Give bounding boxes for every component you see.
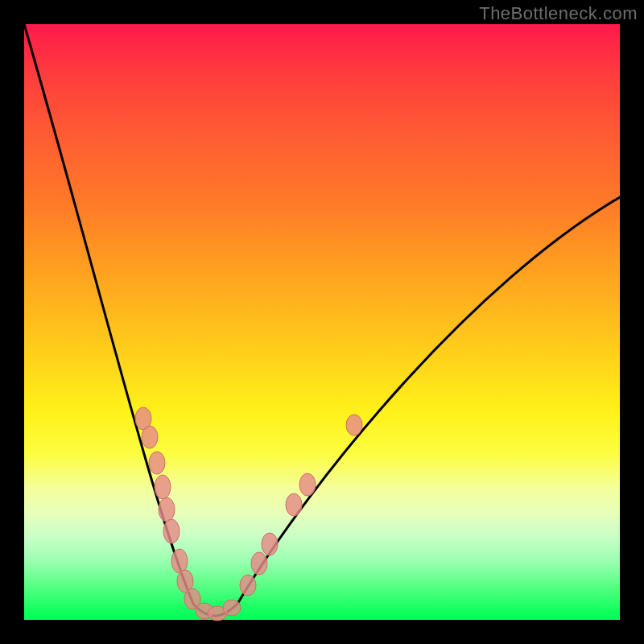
data-marker bbox=[163, 519, 180, 543]
bottleneck-curve bbox=[24, 24, 620, 616]
data-marker bbox=[149, 452, 165, 474]
data-marker bbox=[346, 415, 362, 436]
data-marker bbox=[286, 493, 302, 516]
data-marker bbox=[155, 475, 171, 499]
data-marker bbox=[299, 473, 316, 496]
data-marker bbox=[142, 426, 158, 448]
data-marker bbox=[223, 600, 241, 616]
marker-group bbox=[135, 407, 362, 621]
data-marker bbox=[262, 533, 278, 555]
data-marker bbox=[240, 575, 256, 596]
outer-frame: TheBottleneck.com bbox=[0, 0, 644, 644]
chart-svg bbox=[24, 24, 620, 620]
watermark-text: TheBottleneck.com bbox=[479, 3, 638, 24]
data-marker bbox=[159, 497, 175, 522]
data-marker bbox=[251, 552, 267, 575]
plot-area bbox=[24, 24, 620, 620]
